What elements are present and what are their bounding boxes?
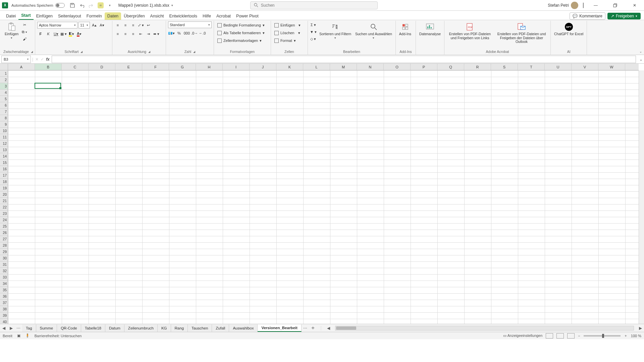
cells-area[interactable] bbox=[8, 70, 639, 324]
font-name-dropdown[interactable]: Aptos Narrow▾ bbox=[37, 22, 77, 28]
column-header[interactable]: M bbox=[330, 64, 357, 70]
row-header[interactable]: 4 bbox=[0, 89, 8, 96]
row-header[interactable]: 11 bbox=[0, 134, 8, 140]
view-normal-icon[interactable] bbox=[546, 333, 553, 339]
row-header[interactable]: 1 bbox=[0, 70, 8, 77]
decrease-font-icon[interactable]: A▾ bbox=[99, 22, 105, 28]
wrap-text-icon[interactable]: ↩ bbox=[145, 22, 152, 28]
tab-hilfe[interactable]: Hilfe bbox=[200, 12, 214, 20]
save-icon[interactable] bbox=[69, 2, 75, 8]
row-header[interactable]: 34 bbox=[0, 281, 8, 287]
view-pagelayout-icon[interactable] bbox=[556, 333, 564, 339]
zoom-level[interactable]: 100 % bbox=[631, 334, 641, 338]
name-box[interactable]: B3 ▾ bbox=[1, 56, 31, 63]
row-header[interactable]: 17 bbox=[0, 172, 8, 179]
column-header[interactable]: W bbox=[598, 64, 625, 70]
italic-button[interactable]: K bbox=[45, 31, 52, 37]
row-header[interactable]: 35 bbox=[0, 287, 8, 293]
row-header[interactable]: 18 bbox=[0, 179, 8, 185]
column-header[interactable]: O bbox=[384, 64, 411, 70]
row-header[interactable]: 24 bbox=[0, 217, 8, 223]
column-header[interactable]: P bbox=[411, 64, 437, 70]
sheet-nav-next-icon[interactable]: ▶ bbox=[7, 324, 15, 332]
close-button[interactable]: ✕ bbox=[627, 0, 642, 11]
sheet-nav-prev-icon[interactable]: ◀ bbox=[0, 324, 7, 332]
align-center-icon[interactable]: ≡ bbox=[122, 31, 129, 37]
chatgpt-button[interactable]: GPT ChatGPT for Excel bbox=[553, 21, 585, 37]
sheet-tab[interactable]: QR-Code bbox=[57, 324, 81, 332]
sheet-tab[interactable]: Datum bbox=[105, 324, 124, 332]
kommentare-button[interactable]: 💬 Kommentare bbox=[570, 12, 605, 20]
tab-ueberpruefen[interactable]: Überprüfen bbox=[121, 12, 148, 20]
row-header[interactable]: 2 bbox=[0, 77, 8, 83]
sheet-tab[interactable]: Zeilenumbruch bbox=[124, 324, 158, 332]
column-header[interactable]: H bbox=[196, 64, 223, 70]
datenanalyse-button[interactable]: Datenanalyse bbox=[418, 21, 442, 37]
row-header[interactable]: 15 bbox=[0, 160, 8, 166]
accept-formula-icon[interactable]: ✓ bbox=[41, 57, 44, 62]
tab-datei[interactable]: Datei bbox=[3, 12, 18, 20]
font-size-dropdown[interactable]: 11▾ bbox=[78, 22, 90, 28]
conditional-formatting-button[interactable]: Bedingte Formatierung ▾ bbox=[216, 21, 266, 29]
macro-record-icon[interactable]: ▣ bbox=[17, 334, 20, 338]
hscroll-right-icon[interactable]: ▶ bbox=[637, 324, 644, 332]
sheet-tab[interactable]: Tabelle18 bbox=[81, 324, 105, 332]
row-header[interactable]: 16 bbox=[0, 166, 8, 172]
row-header[interactable]: 27 bbox=[0, 236, 8, 242]
format-cells-button[interactable]: Format ▾ bbox=[273, 37, 302, 44]
column-header[interactable]: U bbox=[545, 64, 572, 70]
collapse-ribbon-icon[interactable]: ⌄ bbox=[639, 50, 642, 53]
align-left-icon[interactable]: ≡ bbox=[114, 31, 121, 37]
worksheet-grid[interactable]: ABCDEFGHIJKLMNOPQRSTUVW 1234567891011121… bbox=[0, 64, 644, 324]
row-header[interactable]: 26 bbox=[0, 230, 8, 236]
merge-icon[interactable]: ⬌ ▾ bbox=[153, 31, 160, 37]
row-header[interactable]: 14 bbox=[0, 153, 8, 160]
autosave-toggle[interactable]: Automatisches Speichern bbox=[11, 3, 65, 8]
font-color-icon[interactable]: A ▾ bbox=[76, 31, 83, 37]
clear-icon[interactable]: ◇ ▾ bbox=[310, 36, 317, 42]
column-header[interactable]: E bbox=[115, 64, 142, 70]
row-header[interactable]: 10 bbox=[0, 128, 8, 134]
increase-font-icon[interactable]: A▴ bbox=[91, 22, 98, 28]
align-middle-icon[interactable]: ≡ bbox=[122, 22, 129, 28]
fill-color-icon[interactable]: ◧ ▾ bbox=[68, 31, 75, 37]
sheet-tab[interactable]: Tag bbox=[22, 324, 36, 332]
restore-button[interactable] bbox=[608, 0, 623, 11]
sort-filter-button[interactable]: Sortieren und Filtern▾ bbox=[318, 21, 353, 40]
fx-icon[interactable]: fx bbox=[46, 57, 50, 62]
decrease-decimal-icon[interactable]: ←.0 bbox=[199, 30, 206, 37]
column-header[interactable]: D bbox=[89, 64, 115, 70]
tab-formeln[interactable]: Formeln bbox=[84, 12, 105, 20]
add-sheet-button[interactable]: ＋ bbox=[309, 324, 317, 331]
sheet-tab[interactable]: Rang bbox=[171, 324, 188, 332]
row-header[interactable]: 29 bbox=[0, 249, 8, 255]
qat-customize-icon[interactable]: ▾ bbox=[107, 2, 113, 8]
row-header[interactable]: 28 bbox=[0, 242, 8, 249]
column-header[interactable]: A bbox=[8, 64, 35, 70]
sheet-tab[interactable]: Versionen_Bearbeit bbox=[258, 324, 301, 332]
percent-icon[interactable]: % bbox=[176, 30, 182, 37]
borders-icon[interactable]: ▦ ▾ bbox=[60, 31, 67, 37]
row-header[interactable]: 22 bbox=[0, 204, 8, 210]
row-header[interactable]: 6 bbox=[0, 102, 8, 109]
row-header[interactable]: 38 bbox=[0, 306, 8, 312]
autosum-icon[interactable]: Σ ▾ bbox=[310, 21, 317, 28]
account-button[interactable]: Stefan Petri bbox=[548, 2, 578, 9]
copy-icon[interactable]: ⧉ ▾ bbox=[21, 28, 28, 35]
format-as-table-button[interactable]: Als Tabelle formatieren ▾ bbox=[216, 29, 266, 37]
row-header[interactable]: 33 bbox=[0, 274, 8, 281]
zoom-in-button[interactable]: ＋ bbox=[624, 333, 628, 338]
insert-cells-button[interactable]: Einfügen ▾ bbox=[273, 21, 302, 29]
row-header[interactable]: 5 bbox=[0, 96, 8, 102]
display-settings-button[interactable]: ▭ Anzeigeeinstellungen bbox=[503, 334, 542, 338]
column-header[interactable]: B bbox=[35, 64, 62, 70]
sheet-overflow-icon[interactable]: ⋯ bbox=[302, 324, 309, 332]
row-header[interactable]: 9 bbox=[0, 121, 8, 128]
sheet-tab[interactable]: Tauschen bbox=[188, 324, 212, 332]
zoom-out-button[interactable]: − bbox=[578, 334, 580, 338]
tab-powerpivot[interactable]: Power Pivot bbox=[233, 12, 261, 20]
row-header[interactable]: 31 bbox=[0, 261, 8, 268]
column-header[interactable]: Q bbox=[437, 64, 464, 70]
fill-icon[interactable]: ▼ ▾ bbox=[310, 28, 317, 35]
row-header[interactable]: 32 bbox=[0, 268, 8, 274]
